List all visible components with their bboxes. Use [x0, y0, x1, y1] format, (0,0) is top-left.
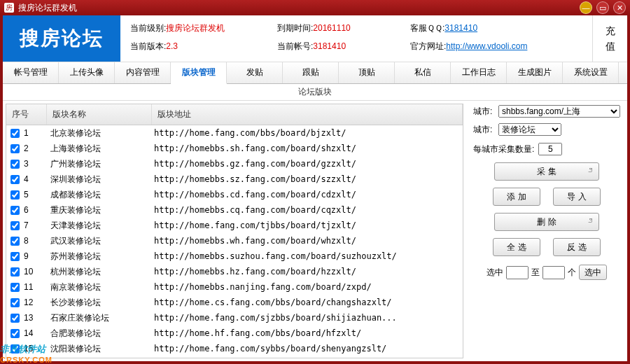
window-title: 搜房论坛群发机 [18, 2, 77, 14]
level-value: 搜房论坛群发机 [166, 23, 225, 33]
row-forum-name: 广州装修论坛 [50, 158, 154, 170]
row-index: 1 [24, 128, 50, 138]
table-row[interactable]: 3广州装修论坛http://homebbs.gz.fang.com/board/… [6, 156, 463, 172]
row-forum-url: http://homebbs.hz.fang.com/board/hzzxlt/ [154, 267, 458, 276]
tab-0[interactable]: 帐号管理 [3, 62, 59, 83]
tab-5[interactable]: 跟贴 [283, 62, 339, 83]
tab-8[interactable]: 工作日志 [451, 62, 507, 83]
row-index: 10 [24, 267, 50, 276]
tab-2[interactable]: 内容管理 [115, 62, 171, 83]
row-index: 2 [24, 144, 50, 153]
row-index: 9 [24, 251, 50, 261]
row-checkbox[interactable] [10, 267, 20, 276]
row-checkbox[interactable] [10, 190, 20, 200]
qq-link[interactable]: 3181410 [444, 23, 477, 33]
row-forum-url: http://home.fang.com/bbs/board/bjzxlt/ [154, 128, 458, 138]
table-row[interactable]: 1北京装修论坛http://home.fang.com/bbs/board/bj… [6, 125, 463, 141]
count-input[interactable] [538, 143, 562, 155]
col-name[interactable]: 版块名称 [47, 104, 152, 125]
collect-button[interactable]: 采 集೨ [494, 162, 599, 181]
row-checkbox[interactable] [10, 283, 20, 292]
row-forum-url: http://homebbs.gz.fang.com/board/gzzxlt/ [154, 159, 458, 169]
table-row[interactable]: 11南京装修论坛http://homebbs.nanjing.fang.com/… [6, 279, 463, 295]
add-button[interactable]: 添 加 [493, 188, 540, 206]
expire-value: 20161110 [313, 23, 350, 33]
import-button[interactable]: 导 入 [553, 188, 601, 206]
row-checkbox[interactable] [10, 144, 20, 153]
row-forum-url: http://homebbs.cd.fang.com/board/cdzxlt/ [154, 190, 458, 200]
delete-button[interactable]: 删 除೨ [494, 213, 599, 231]
row-checkbox[interactable] [10, 329, 20, 338]
row-forum-url: http://home.cs.fang.com/bbs/board/changs… [154, 298, 458, 307]
row-checkbox[interactable] [10, 160, 20, 169]
site-label: 官方网址: [410, 41, 446, 51]
recharge-button[interactable]: 充 值 [592, 15, 627, 62]
table-row[interactable]: 5成都装修论坛http://homebbs.cd.fang.com/board/… [6, 187, 463, 202]
row-forum-url: http://homebbs.cq.fang.com/board/cqzxlt/ [154, 205, 458, 215]
account-value: 3181410 [313, 41, 346, 51]
row-checkbox[interactable] [10, 252, 20, 261]
row-index: 13 [24, 313, 50, 323]
table-row[interactable]: 10杭州装修论坛http://homebbs.hz.fang.com/board… [6, 264, 463, 279]
table-row[interactable]: 9苏州装修论坛http://homebbs.suzhou.fang.com/bo… [6, 248, 463, 264]
account-label: 当前帐号: [277, 41, 313, 51]
row-index: 15 [24, 344, 50, 354]
col-index[interactable]: 序号 [6, 104, 47, 125]
row-index: 7 [24, 220, 50, 230]
invert-select-button[interactable]: 反 选 [553, 238, 601, 256]
close-button[interactable]: ✕ [613, 1, 626, 14]
tab-7[interactable]: 私信 [395, 62, 451, 83]
row-forum-name: 苏州装修论坛 [50, 251, 154, 262]
table-row[interactable]: 16西安装修论坛http://home.xian.fang.com/bbs/bo… [6, 356, 463, 358]
tab-1[interactable]: 上传头像 [59, 62, 115, 83]
row-forum-name: 沈阳装修论坛 [50, 343, 154, 355]
row-forum-url: http://home.fang.com/tjbbs/board/tjzxlt/ [154, 220, 458, 230]
maximize-button[interactable]: ▭ [596, 1, 609, 14]
count-label: 每城市采集数量: [473, 144, 534, 155]
table-row[interactable]: 13石家庄装修论坛http://home.fang.com/sjzbbs/boa… [6, 310, 463, 326]
table-row[interactable]: 2上海装修论坛http://homebbs.sh.fang.com/board/… [6, 141, 463, 156]
table-row[interactable]: 14合肥装修论坛http://home.hf.fang.com/bbs/boar… [6, 326, 463, 341]
row-forum-name: 石家庄装修论坛 [50, 312, 154, 324]
minimize-button[interactable]: — [580, 1, 592, 14]
tab-3[interactable]: 版块管理 [171, 62, 227, 84]
row-checkbox[interactable] [10, 221, 20, 230]
table-row[interactable]: 4深圳装修论坛http://homebbs.sz.fang.com/board/… [6, 172, 463, 187]
city-select[interactable]: shbbs.fang.com/上海 [498, 105, 620, 118]
table-row[interactable]: 15沈阳装修论坛http://home.fang.com/sybbs/board… [6, 341, 463, 356]
table-row[interactable]: 7天津装修论坛http://home.fang.com/tjbbs/board/… [6, 218, 463, 233]
row-checkbox[interactable] [10, 237, 20, 246]
table-row[interactable]: 6重庆装修论坛http://homebbs.cq.fang.com/board/… [6, 202, 463, 218]
range-select-button[interactable]: 选中 [579, 265, 607, 280]
col-url[interactable]: 版块地址 [152, 104, 463, 125]
titlebar: 房 搜房论坛群发机 — ▭ ✕ [0, 0, 630, 15]
row-index: 5 [24, 190, 50, 200]
table-row[interactable]: 12长沙装修论坛http://home.cs.fang.com/bbs/boar… [6, 295, 463, 310]
row-forum-name: 北京装修论坛 [50, 127, 154, 139]
side-panel: 城市: shbbs.fang.com/上海 城市: 装修论坛 每城市采集数量: … [466, 101, 627, 361]
row-forum-name: 武汉装修论坛 [50, 235, 154, 247]
row-checkbox[interactable] [10, 298, 20, 307]
row-checkbox[interactable] [10, 206, 20, 215]
row-forum-url: http://home.fang.com/sybbs/board/shenyan… [154, 344, 458, 354]
row-forum-name: 南京装修论坛 [50, 281, 154, 293]
row-checkbox[interactable] [10, 175, 20, 184]
select-all-button[interactable]: 全 选 [493, 238, 540, 256]
forum-type-select[interactable]: 装修论坛 [498, 123, 561, 136]
tab-10[interactable]: 系统设置 [563, 62, 619, 83]
version-label: 当前版本: [130, 41, 166, 51]
flourish-icon: ೨ [586, 216, 594, 226]
row-checkbox[interactable] [10, 314, 20, 323]
row-forum-url: http://home.fang.com/sjzbbs/board/shijia… [154, 313, 458, 323]
tab-6[interactable]: 顶贴 [339, 62, 395, 83]
row-checkbox[interactable] [10, 129, 20, 138]
range-to-input[interactable] [542, 266, 565, 279]
tab-4[interactable]: 发贴 [227, 62, 283, 83]
site-link[interactable]: http://www.vdooli.com [446, 41, 527, 51]
row-checkbox[interactable] [10, 344, 20, 354]
row-forum-name: 天津装修论坛 [50, 220, 154, 232]
qq-label: 客服ＱＱ: [410, 23, 444, 33]
range-from-input[interactable] [506, 266, 528, 279]
tab-9[interactable]: 生成图片 [507, 62, 563, 83]
table-row[interactable]: 8武汉装修论坛http://homebbs.wh.fang.com/board/… [6, 233, 463, 248]
